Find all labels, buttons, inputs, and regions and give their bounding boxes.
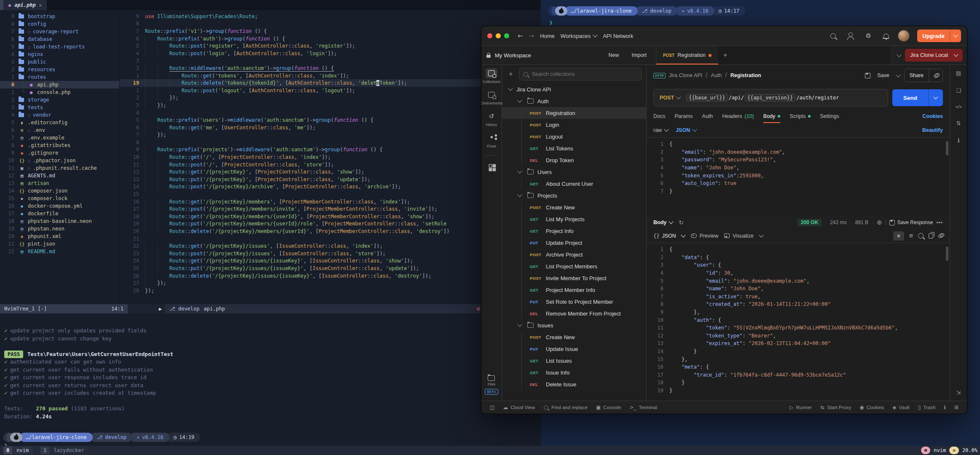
folder-item[interactable]: Issues: [502, 319, 646, 331]
info-icon[interactable]: ℹ: [958, 137, 960, 144]
code-line[interactable]: 22 Route::get('/{projectKey}/issues', [I…: [120, 242, 541, 250]
response-format-selector[interactable]: {}JSON: [653, 233, 685, 239]
folder-item[interactable]: Auth: [502, 95, 646, 107]
request-item[interactable]: GETProject Member Info: [502, 284, 646, 296]
footer-vault[interactable]: ◈Vault: [889, 404, 913, 410]
import-button[interactable]: Import: [628, 50, 651, 60]
response-more-icon[interactable]: •••: [936, 219, 943, 225]
file-tree-item[interactable]: 7▤.env.example: [0, 134, 119, 142]
footer-terminal[interactable]: >_Terminal: [626, 404, 661, 410]
request-tab[interactable]: POST Registration: [656, 46, 718, 64]
search-collections-input[interactable]: Search collections: [519, 68, 642, 80]
code-line[interactable]: 28});: [120, 287, 541, 294]
file-tree-item[interactable]: 20◈phpunit.xml: [0, 233, 119, 240]
file-tree-item[interactable]: 18▤phpstan-baseline.neon: [0, 217, 119, 225]
code-line[interactable]: 14 Route::post('/{projectKey}/archive', …: [120, 183, 541, 191]
url-input[interactable]: {{base_url}}/api/{{api_version}}/auth/re…: [686, 94, 839, 102]
zoom-window-icon[interactable]: [504, 33, 509, 38]
file-tree-item[interactable]: 2resources: [0, 66, 119, 73]
file-tree-item[interactable]: 22▤README.md: [0, 248, 119, 255]
nav-workspaces[interactable]: Workspaces: [561, 33, 597, 39]
tmux-window-lazydocker[interactable]: 1lazydocker: [40, 447, 88, 454]
file-tree-item[interactable]: 4○vendor: [0, 111, 119, 119]
beautify-link[interactable]: Beautify: [922, 127, 943, 133]
resize-icon[interactable]: ⇲: [956, 389, 961, 396]
code-line[interactable]: 17 Route::post('/{projectKey}/members/in…: [120, 205, 541, 213]
send-dropdown-icon[interactable]: [928, 89, 943, 106]
breadcrumb-request[interactable]: Registration: [730, 72, 761, 78]
network-globe-icon[interactable]: ⊕: [877, 219, 882, 226]
buffer-tab[interactable]: ● api.php ✕: [3, 0, 47, 10]
file-tree-item[interactable]: 14{}composer.json: [0, 187, 119, 195]
code-line[interactable]: 12 Route::get('/{projectKey}', [ProjectC…: [120, 168, 541, 176]
file-tree-item[interactable]: 5○load-test-reports: [0, 43, 119, 51]
share-button[interactable]: Share: [905, 69, 929, 82]
add-collection-icon[interactable]: +: [506, 70, 516, 78]
code-line[interactable]: 7 });: [120, 131, 541, 139]
footer-trash[interactable]: ▯Trash: [915, 404, 939, 410]
comments-icon[interactable]: ❑: [956, 87, 961, 94]
request-item[interactable]: POSTRegistration: [502, 107, 646, 119]
request-tab-docs[interactable]: Docs: [653, 110, 665, 123]
file-tree-item[interactable]: 4nginx: [0, 51, 119, 58]
breadcrumb-collection[interactable]: Jira Clone API: [669, 72, 702, 78]
filter-icon[interactable]: ≡: [909, 232, 913, 240]
upgrade-dropdown-icon[interactable]: [950, 29, 961, 42]
code-line[interactable]: 4: [120, 109, 541, 117]
code-line[interactable]: 3: [120, 57, 541, 65]
code-line[interactable]: 20 Route::delete('/{projectKey}/members/…: [120, 228, 541, 235]
code-editor[interactable]: 9use Illuminate\Support\Facades\Route;87…: [120, 10, 541, 304]
file-tree-item[interactable]: 19▤phpstan.neon: [0, 225, 119, 233]
rail-flows[interactable]: Flows: [486, 133, 497, 148]
request-tab-body[interactable]: Body: [763, 110, 781, 123]
file-tree-item[interactable]: 1└●console.php: [0, 88, 119, 96]
rail-more-tools[interactable]: [486, 161, 497, 171]
request-item[interactable]: POSTLogin: [502, 119, 646, 131]
file-tree-item[interactable]: 11▣○.phpunit.result.cache: [0, 164, 119, 172]
collection-tree[interactable]: Jira Clone APIAuthPOSTRegistrationPOSTLo…: [502, 83, 646, 401]
close-window-icon[interactable]: [487, 33, 492, 38]
code-snippet-icon[interactable]: </>: [955, 104, 961, 109]
chevron-down-icon[interactable]: [517, 169, 522, 173]
documentation-icon[interactable]: ▤: [956, 70, 961, 76]
new-button[interactable]: New: [604, 50, 623, 60]
nav-api-network[interactable]: API Network: [603, 33, 633, 39]
save-button[interactable]: Save: [877, 72, 889, 78]
code-line[interactable]: 23 Route::post('/{projectKey}/issues', […: [120, 250, 541, 257]
response-history-icon[interactable]: ↻: [679, 219, 684, 226]
file-tree[interactable]: 9bootstrap8config7○coverage-report6datab…: [0, 10, 120, 304]
footer-panel-icon[interactable]: ◫: [486, 404, 498, 410]
related-requests-icon[interactable]: ⇅: [956, 120, 961, 126]
forward-button[interactable]: →: [529, 32, 534, 40]
footer-search[interactable]: Find and replace: [540, 405, 591, 410]
close-icon[interactable]: ✕: [39, 3, 42, 8]
env-collapse-icon[interactable]: [894, 51, 901, 59]
rail-files[interactable]: Files BETA: [485, 375, 498, 395]
code-line[interactable]: 13 Route::put('/{projectKey}', [ProjectC…: [120, 176, 541, 183]
request-item[interactable]: POSTLogout: [502, 131, 646, 142]
code-line[interactable]: 8: [120, 139, 541, 146]
file-tree-item[interactable]: 12▤AGENTS.md: [0, 172, 119, 179]
code-line[interactable]: 5 Route::post('register', [AuthControlle…: [120, 42, 541, 50]
scrollbar[interactable]: [946, 246, 948, 261]
request-item[interactable]: GETIssue Info: [502, 367, 646, 378]
rail-history[interactable]: ↺ History: [486, 111, 497, 127]
request-item[interactable]: GETProject Info: [502, 225, 646, 237]
breadcrumb-folder[interactable]: Auth: [711, 72, 722, 78]
request-item[interactable]: POSTCreate New: [502, 331, 646, 343]
code-line[interactable]: 19 Route::delete('tokens/{tokenId}', [Au…: [120, 79, 541, 87]
code-line[interactable]: 9use Illuminate\Support\Facades\Route;: [120, 13, 541, 20]
code-line[interactable]: 6 Route::get('me', [UserController::clas…: [120, 124, 541, 131]
request-item[interactable]: POSTArchive Project: [502, 249, 646, 260]
request-item[interactable]: PUTUpdate Issue: [502, 343, 646, 355]
request-item[interactable]: GETList Issues: [502, 355, 646, 367]
request-item[interactable]: GETList Tokens: [502, 142, 646, 154]
folder-item[interactable]: Users: [502, 166, 646, 178]
send-button[interactable]: Send: [892, 89, 943, 106]
footer-expand-icon[interactable]: ⊞: [951, 404, 962, 410]
request-tab-scripts[interactable]: Scripts: [789, 110, 811, 123]
rail-environments[interactable]: Environments: [481, 90, 502, 105]
request-item[interactable]: GETList My Projects: [502, 213, 646, 225]
code-line[interactable]: 5 Route::prefix('users')->middleware('au…: [120, 116, 541, 124]
file-tree-item[interactable]: 0│●api.php: [0, 81, 119, 88]
